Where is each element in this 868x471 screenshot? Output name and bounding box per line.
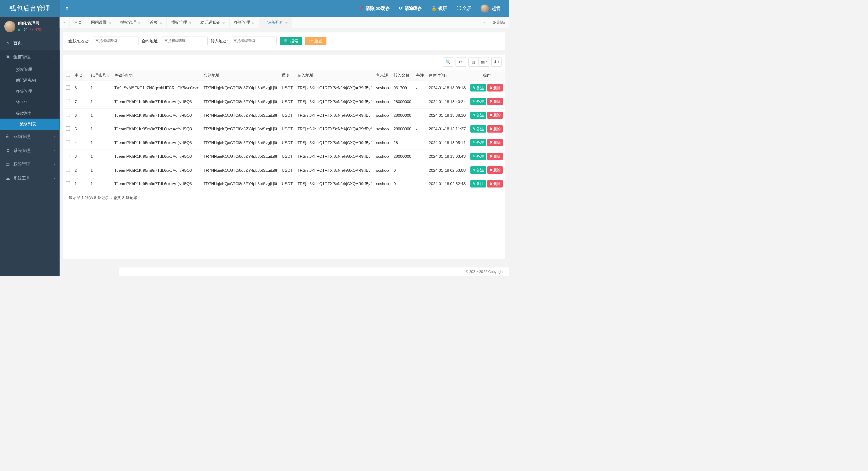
footer: © 2021~2022 Copyright — [119, 267, 509, 276]
tabs-scroll-right[interactable]: » — [479, 17, 489, 28]
tab-close-icon[interactable]: ⊗ — [222, 21, 225, 24]
tab[interactable]: 模板管理⊗ — [167, 17, 196, 28]
tab[interactable]: 网站设置⊗ — [86, 17, 116, 28]
cell-wallet: TJeamPKhR1Kr95m9n7TdL6uxcAofjvH5Q3 — [112, 150, 201, 163]
nav-sub-item[interactable]: 授权管理 — [0, 64, 60, 75]
cell-transfer: TRSjst6KhHQ1RTXf8cNfekjGXQAR9tfByf — [295, 81, 374, 95]
row-checkbox[interactable] — [66, 181, 70, 185]
toolbar-export-button[interactable]: ⬇ ▾ — [491, 57, 501, 67]
row-checkbox[interactable] — [66, 140, 70, 144]
user-menu[interactable]: 超管 — [476, 4, 505, 12]
delete-button[interactable]: ✖删除 — [487, 166, 503, 174]
table-header[interactable]: 币名 — [279, 70, 295, 81]
note-button[interactable]: ✎备注 — [470, 125, 486, 133]
note-button[interactable]: ✎备注 — [470, 112, 486, 119]
hamburger-icon[interactable]: ≡ — [63, 5, 71, 12]
tab[interactable]: 首页⊗ — [145, 17, 166, 28]
toolbar-refresh-button[interactable]: ⟳ — [456, 57, 466, 67]
toolbar-columns-button[interactable]: ▦ ▾ — [479, 57, 489, 67]
row-checkbox[interactable] — [66, 85, 70, 90]
delete-button[interactable]: ✖删除 — [487, 112, 503, 119]
row-checkbox[interactable] — [66, 154, 70, 158]
tabs-refresh[interactable]: ⟳ 刷新 — [489, 17, 509, 28]
toolbar-search-button[interactable]: 🔍 — [443, 57, 453, 67]
delete-button[interactable]: ✖删除 — [487, 125, 503, 133]
nav-group[interactable]: ☁系统工具‹ — [0, 171, 60, 185]
nav-group[interactable]: ▣鱼苗管理⌄ — [0, 50, 60, 64]
delete-button[interactable]: ✖删除 — [487, 153, 503, 160]
table-header[interactable]: 代理账号⇅ — [88, 70, 112, 81]
delete-button[interactable]: ✖删除 — [487, 98, 503, 105]
table-header-label: 创建时间 — [429, 73, 445, 77]
tab[interactable]: 助记词私钥⊗ — [196, 17, 229, 28]
table-header-label: 主ID — [75, 73, 82, 77]
nav-sub-item[interactable]: 提款列表 — [0, 108, 60, 119]
table-header[interactable]: 合约地址 — [201, 70, 279, 81]
nav-sub-item[interactable]: 多签管理 — [0, 86, 60, 97]
delete-button[interactable]: ✖删除 — [487, 84, 503, 91]
delete-button[interactable]: ✖删除 — [487, 180, 503, 188]
clear-job-cache-button[interactable]: ❓ 清除job缓存 — [354, 5, 395, 12]
nav-group-icon: 🏛 — [5, 134, 11, 139]
note-button[interactable]: ✎备注 — [470, 139, 486, 146]
tab[interactable]: 授权管理⊗ — [116, 17, 145, 28]
note-button[interactable]: ✎备注 — [470, 180, 486, 188]
chevron-down-icon: ⌄ — [53, 55, 55, 59]
tab[interactable]: 首页 — [70, 17, 86, 28]
table-header[interactable]: 主ID⇅ — [72, 70, 88, 81]
logout-link[interactable]: 注销 — [34, 27, 41, 32]
table-header[interactable]: 鱼来源 — [374, 70, 391, 81]
table-header[interactable]: 转入地址 — [295, 70, 374, 81]
cell-time: 2024-01-18 13:40:24 — [426, 95, 468, 108]
note-button[interactable]: ✎备注 — [470, 84, 486, 91]
nav-home[interactable]: ⌂ 首页 — [0, 36, 60, 50]
row-checkbox[interactable] — [66, 168, 70, 172]
tab-close-icon[interactable]: ⊗ — [109, 21, 112, 24]
note-button[interactable]: ✎备注 — [470, 166, 486, 174]
tab-close-icon[interactable]: ⊗ — [285, 21, 288, 24]
filter-contract-input[interactable] — [162, 37, 208, 45]
tab-close-icon[interactable]: ⊗ — [160, 21, 162, 24]
tab-close-icon[interactable]: ⊗ — [189, 21, 192, 24]
nav-group[interactable]: ▤权限管理‹ — [0, 157, 60, 171]
nav-sub-item[interactable]: 转TRX — [0, 97, 60, 107]
note-button[interactable]: ✎备注 — [470, 98, 486, 105]
nav-sub-item[interactable]: 一波杀列表 — [0, 119, 60, 130]
note-button[interactable]: ✎备注 — [470, 153, 486, 160]
filter-wallet-input[interactable] — [93, 37, 138, 45]
nav-group[interactable]: 🏛营销管理‹ — [0, 130, 60, 143]
filter-transfer-input[interactable] — [231, 37, 277, 45]
times-icon: ✖ — [490, 86, 493, 90]
nav-group[interactable]: ⚙系统管理‹ — [0, 143, 60, 157]
row-checkbox[interactable] — [66, 113, 70, 117]
table-header[interactable]: 转入金额 — [391, 70, 414, 81]
clear-cache-button[interactable]: ⟳ 清除缓存 — [394, 5, 427, 12]
cell-amount: 28000000 — [391, 150, 414, 163]
tab-close-icon[interactable]: ⊗ — [252, 21, 254, 24]
delete-button[interactable]: ✖删除 — [487, 139, 503, 146]
row-checkbox[interactable] — [66, 126, 70, 131]
cell-agent: 1 — [88, 150, 112, 163]
table-header[interactable]: 创建时间⇅ — [426, 70, 468, 81]
nav-sub-item[interactable]: 助记词私钥 — [0, 75, 60, 86]
times-icon: ✖ — [490, 182, 493, 186]
row-checkbox[interactable] — [66, 99, 70, 103]
table-header-label: 转入地址 — [297, 73, 313, 77]
select-all-checkbox[interactable] — [66, 73, 70, 77]
tab[interactable]: 一波杀列表⊗ — [259, 17, 292, 28]
avatar[interactable] — [4, 21, 15, 32]
tab[interactable]: 多签管理⊗ — [230, 17, 259, 28]
table-header[interactable]: 备注 — [414, 70, 427, 81]
toolbar-toggle-button[interactable]: ▥ — [468, 57, 478, 67]
tab-close-icon[interactable]: ⊗ — [138, 21, 141, 24]
reset-button[interactable]: ⟳ 重置 — [305, 37, 326, 45]
cell-time: 2024-01-18 18:09:18 — [426, 81, 468, 95]
tabs-scroll-left[interactable]: « — [60, 17, 70, 28]
table-header[interactable]: 鱼钱包地址 — [112, 70, 201, 81]
cell-agent: 1 — [88, 95, 112, 108]
cell-note: - — [414, 95, 427, 108]
lock-screen-button[interactable]: 🔒 锁屏 — [427, 5, 452, 12]
search-button[interactable]: 🔍 搜索 — [280, 37, 302, 45]
table-header[interactable]: 操作 — [468, 70, 505, 81]
fullscreen-button[interactable]: ⛶ 全屏 — [452, 5, 476, 12]
